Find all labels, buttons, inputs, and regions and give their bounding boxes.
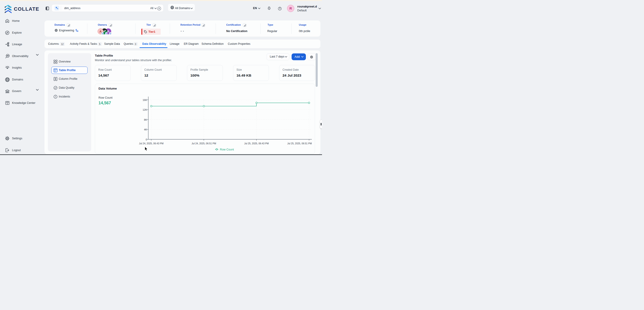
svg-text:Jul 24, 2025, 06:43 PM: Jul 24, 2025, 06:43 PM xyxy=(139,142,164,145)
svg-text:Jul 24, 2025, 06:51 PM: Jul 24, 2025, 06:51 PM xyxy=(192,142,216,145)
svg-text:12K: 12K xyxy=(142,108,147,111)
svg-text:Jul 25, 2025, 06:51 PM: Jul 25, 2025, 06:51 PM xyxy=(287,142,312,145)
svg-text:4K: 4K xyxy=(144,128,147,131)
svg-text:0: 0 xyxy=(146,138,147,141)
svg-text:Row Count: Row Count xyxy=(220,148,234,151)
svg-text:16K: 16K xyxy=(142,99,147,101)
svg-text:Jul 25, 2025, 06:43 PM: Jul 25, 2025, 06:43 PM xyxy=(244,142,269,145)
svg-text:8K: 8K xyxy=(144,118,147,121)
